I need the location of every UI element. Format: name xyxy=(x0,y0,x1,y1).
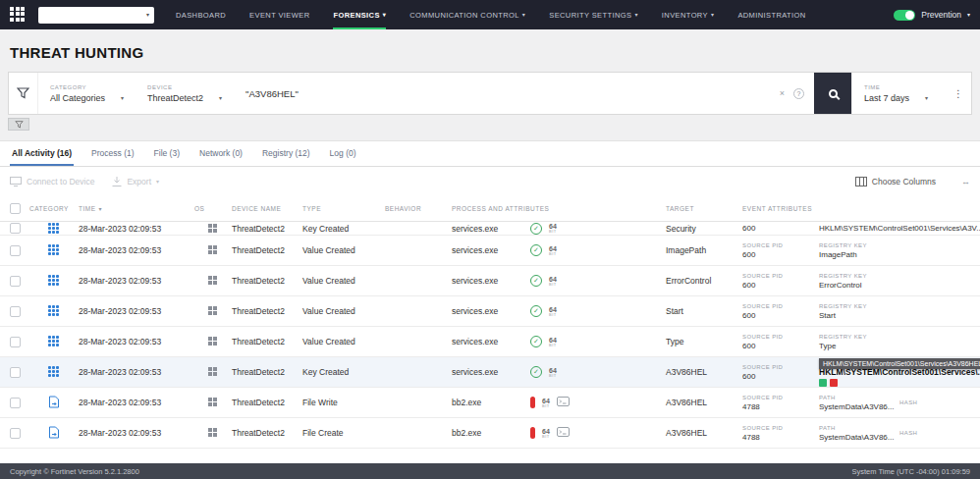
event-attribute: HKLM\SYSTEM\ControlSet001\Services\A3V..… xyxy=(819,222,899,235)
header-category[interactable]: CATEGORY xyxy=(29,205,79,212)
time-cell: 28-Mar-2023 02:09:53 xyxy=(79,398,194,407)
tab-log-0[interactable]: Log (0) xyxy=(328,141,358,166)
process-attribute-icons: ✓64BIT xyxy=(530,336,557,347)
saved-filters-chip[interactable] xyxy=(8,118,29,131)
64bit-icon: 64BIT xyxy=(549,223,557,234)
signed-check-icon: ✓ xyxy=(530,275,542,287)
tab-registry-12[interactable]: Registry (12) xyxy=(260,141,312,166)
table-row[interactable]: 28-Mar-2023 02:09:53ThreatDetect2Key Cre… xyxy=(0,222,980,236)
nav-item-forensics[interactable]: FORENSICS▾ xyxy=(333,0,386,29)
attribute-value: SystemData\A3V86... xyxy=(819,433,899,442)
device-name-cell: ThreatDetect2 xyxy=(232,428,302,438)
choose-columns-button[interactable]: Choose Columns xyxy=(855,177,936,186)
header-target[interactable]: TARGET xyxy=(666,205,742,212)
row-checkbox[interactable] xyxy=(10,223,21,234)
row-checkbox[interactable] xyxy=(10,276,21,287)
org-selector[interactable]: ▾ xyxy=(38,7,154,24)
nav-item-security-settings[interactable]: SECURITY SETTINGS▾ xyxy=(549,0,638,29)
device-name-cell: ThreatDetect2 xyxy=(232,337,302,346)
security-mode[interactable]: Prevention ▾ xyxy=(894,10,970,21)
attribute-label: SOURCE PID xyxy=(742,334,819,340)
table-row[interactable]: 28-Mar-2023 02:09:53ThreatDetect2Value C… xyxy=(0,266,980,296)
nav-item-label: DASHBOARD xyxy=(176,11,226,20)
windows-os-icon xyxy=(208,398,218,407)
nav-item-inventory[interactable]: INVENTORY▾ xyxy=(662,0,715,29)
registry-path-tooltip: HKLM\SYSTEM\ControlSet001\Services\A3V86… xyxy=(819,358,980,369)
prevention-toggle[interactable] xyxy=(894,10,915,21)
target-cell: Type xyxy=(666,337,742,346)
attribute-label: REGISTRY KEY xyxy=(819,273,899,279)
nav-item-dashboard[interactable]: DASHBOARD xyxy=(176,0,226,29)
header-device-name[interactable]: DEVICE NAME xyxy=(232,205,302,212)
chevron-down-icon: ▾ xyxy=(925,95,928,101)
type-cell: Value Created xyxy=(302,306,385,316)
table-row[interactable]: 28-Mar-2023 02:09:53ThreatDetect2Value C… xyxy=(0,296,980,327)
columns-icon xyxy=(855,177,867,186)
header-os[interactable]: OS xyxy=(194,205,232,212)
row-checkbox[interactable] xyxy=(10,367,21,378)
choose-columns-label: Choose Columns xyxy=(872,177,936,186)
export-button[interactable]: Export ▾ xyxy=(112,177,159,186)
attribute-label: SOURCE PID xyxy=(742,364,819,370)
header-event-attributes[interactable]: EVENT ATTRIBUTES xyxy=(742,205,980,212)
connect-to-device-button[interactable]: Connect to Device xyxy=(10,177,94,186)
file-category-icon xyxy=(48,426,60,441)
nav-item-communication-control[interactable]: COMMUNICATION CONTROL▾ xyxy=(409,0,525,29)
chevron-down-icon: ▾ xyxy=(634,12,637,18)
time-cell: 28-Mar-2023 02:09:53 xyxy=(79,276,194,286)
attribute-value: 600 xyxy=(742,372,819,381)
attribute-label: SOURCE PID xyxy=(742,273,819,279)
os-cell xyxy=(194,276,232,286)
time-cell: 28-Mar-2023 02:09:53 xyxy=(79,306,194,316)
row-checkbox[interactable] xyxy=(10,337,21,347)
64bit-icon: 64BIT xyxy=(542,428,550,439)
windows-os-icon xyxy=(208,276,218,286)
sort-desc-icon: ▾ xyxy=(99,206,103,212)
table-row[interactable]: 28-Mar-2023 02:09:53ThreatDetect2File Wr… xyxy=(0,388,980,418)
more-options-icon[interactable]: ⋮ xyxy=(946,73,971,114)
filter-bar: CATEGORY All Categories▾ DEVICE ThreatDe… xyxy=(8,72,972,115)
process-attribute-icons: ✓64BIT xyxy=(530,244,557,256)
search-query-input[interactable]: "A3V86HEL" xyxy=(234,73,780,114)
process-cell: services.exe✓64BIT xyxy=(452,244,666,256)
attribute-label: PATH xyxy=(819,395,899,400)
row-checkbox[interactable] xyxy=(10,306,21,317)
header-type[interactable]: TYPE xyxy=(302,205,385,212)
nav-item-event-viewer[interactable]: EVENT VIEWER xyxy=(249,0,309,29)
header-time[interactable]: TIME▾ xyxy=(79,205,194,212)
process-attribute-icons: 64BIT xyxy=(530,397,570,408)
attribute-label: REGISTRY KEY xyxy=(819,303,899,309)
tab-file-3[interactable]: File (3) xyxy=(152,141,182,166)
attribute-value: 600 xyxy=(742,281,819,290)
table-row[interactable]: 28-Mar-2023 02:09:53ThreatDetect2File Cr… xyxy=(0,418,980,449)
attribute-value: ImagePath xyxy=(819,250,899,259)
target-cell: A3V86HEL xyxy=(666,398,742,407)
tab-all-activity-16[interactable]: All Activity (16) xyxy=(10,141,74,166)
table-row[interactable]: 28-Mar-2023 02:09:53ThreatDetect2Key Cre… xyxy=(0,357,980,388)
select-all-checkbox[interactable] xyxy=(10,203,21,214)
event-attribute: HASH xyxy=(899,388,980,417)
search-button[interactable] xyxy=(814,73,851,114)
nav-item-label: FORENSICS xyxy=(333,11,379,20)
row-checkbox[interactable] xyxy=(10,398,21,408)
resize-columns-icon[interactable]: ↔ xyxy=(961,177,970,186)
header-behavior[interactable]: BEHAVIOR xyxy=(385,205,452,212)
attribute-value: 600 xyxy=(742,250,819,259)
clear-query-icon[interactable]: × xyxy=(780,88,785,98)
help-icon[interactable]: ? xyxy=(793,88,804,99)
category-filter[interactable]: CATEGORY All Categories▾ xyxy=(38,73,136,114)
category-cell xyxy=(29,396,79,410)
nav-item-administration[interactable]: ADMINISTRATION xyxy=(737,0,805,29)
device-name-cell: ThreatDetect2 xyxy=(232,276,302,286)
table-row[interactable]: 28-Mar-2023 02:09:53ThreatDetect2Value C… xyxy=(0,236,980,266)
header-process-attributes[interactable]: PROCESS AND ATTRIBUTES xyxy=(452,205,666,212)
table-row[interactable]: 28-Mar-2023 02:09:53ThreatDetect2Value C… xyxy=(0,327,980,357)
device-filter[interactable]: DEVICE ThreatDetect2▾ xyxy=(136,73,234,114)
row-checkbox[interactable] xyxy=(10,245,21,256)
process-name: services.exe xyxy=(452,276,530,286)
tab-network-0[interactable]: Network (0) xyxy=(197,141,245,166)
time-filter[interactable]: TIME Last 7 days▾ xyxy=(851,73,946,114)
row-checkbox[interactable] xyxy=(10,428,21,439)
tab-process-1[interactable]: Process (1) xyxy=(89,141,136,166)
attribute-value: 4788 xyxy=(742,433,819,442)
